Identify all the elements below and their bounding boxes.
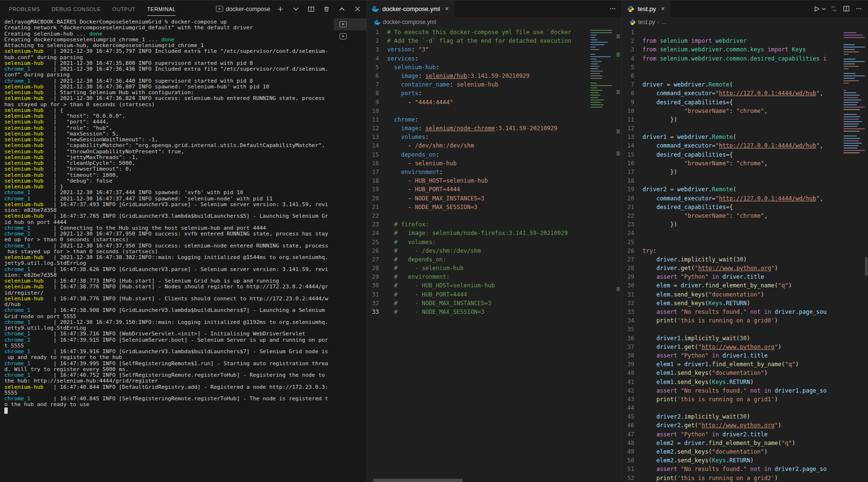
yml-editor[interactable]: 1# To execute this docker-compose yml fi…	[367, 27, 622, 482]
terminal-panel: PROBLEMS DEBUG CONSOLE OUTPUT TERMINAL >…	[0, 0, 367, 482]
horizontal-scrollbar[interactable]	[367, 478, 622, 482]
close-tab-icon[interactable]: ×	[443, 5, 450, 12]
terminal-selector[interactable]: > docker-compose	[216, 6, 270, 12]
breadcrumb[interactable]: test.py › ...	[622, 17, 868, 27]
split-terminal-button[interactable]	[306, 4, 316, 14]
code-line: 15 depends_on:	[367, 150, 588, 159]
code-line: 32 # - NODE_MAX_INSTANCES=3	[367, 299, 588, 308]
line-number: 13	[622, 133, 642, 141]
code-line: 47 assert "Python" in driver2.title	[622, 430, 841, 439]
line-number: 5	[622, 63, 642, 72]
code-line: 1	[622, 28, 841, 37]
code-line: 25 # volumes:	[367, 238, 588, 247]
python-code[interactable]: 12from selenium import webdriver3from se…	[622, 27, 841, 482]
code-line: 10	[367, 107, 588, 115]
close-panel-button[interactable]	[352, 4, 363, 14]
terminal-tabs-list: > >	[334, 17, 366, 482]
code-line: 22	[367, 211, 588, 220]
run-dropdown-chevron[interactable]	[821, 3, 827, 14]
terminal-row: chrome_1 | 16:47:39.915 INFO [SeleniumSe…	[4, 337, 334, 343]
tab-docker-compose-yml[interactable]: docker-compose.yml ×	[367, 0, 454, 17]
code-line: 49 elem2.send_keys("documentation")	[622, 447, 841, 456]
line-number: 8	[622, 89, 642, 98]
open-changes-icon[interactable]	[829, 3, 839, 14]
breadcrumb[interactable]: docker-compose.yml	[367, 17, 622, 27]
line-number: 37	[622, 343, 642, 351]
terminal-selector-label: docker-compose	[226, 6, 270, 12]
line-number: 20	[622, 194, 642, 203]
breadcrumb-symbol[interactable]: ...	[662, 19, 667, 25]
line-number: 28	[622, 264, 642, 272]
code-line: 7 container_name: selenium-hub	[367, 80, 588, 89]
tab-problems[interactable]: PROBLEMS	[9, 2, 40, 16]
tab-output[interactable]: OUTPUT	[113, 2, 136, 16]
code-line: 39 elem1 = driver1.find_element_by_name(…	[622, 360, 841, 369]
breadcrumb-file[interactable]: test.py	[638, 19, 655, 25]
line-number: 52	[622, 474, 642, 482]
code-line: 20 - NODE_MAX_INSTANCES=3	[367, 194, 588, 203]
run-python-file-button[interactable]	[811, 3, 822, 14]
code-line: 12	[622, 124, 841, 133]
line-number: 12	[622, 124, 642, 133]
code-line: 37 driver1.get("http://www.python.org")	[622, 343, 841, 351]
python-editor[interactable]: 12from selenium import webdriver3from se…	[622, 27, 868, 482]
tab-terminal[interactable]: TERMINAL	[147, 2, 176, 16]
code-line: 14 - /dev/shm:/dev/shm	[367, 141, 588, 150]
line-number: 11	[622, 115, 642, 124]
maximize-panel-button[interactable]	[337, 4, 347, 14]
terminal-output[interactable]: delrayo@MACBOOK-BAIRES DockerComposeSele…	[0, 17, 334, 482]
line-number: 24	[367, 229, 387, 237]
split-editor-button[interactable]	[841, 3, 852, 14]
code-line: 38 assert "Python" in driver1.title	[622, 351, 841, 360]
close-tab-icon[interactable]: ×	[659, 5, 666, 12]
line-number: 23	[622, 220, 642, 229]
terminal-dropdown-chevron[interactable]	[290, 4, 301, 14]
line-number: 23	[367, 220, 387, 229]
line-number: 47	[622, 430, 642, 439]
breadcrumb-file[interactable]: docker-compose.yml	[383, 19, 436, 25]
code-line: 43 print('this is running on a grid1')	[622, 395, 841, 404]
code-line: 12 image: selenium/node-chrome:3.141.59-…	[367, 124, 588, 133]
line-number: 6	[367, 72, 387, 80]
code-line: 50 elem2.send_keys(Keys.RETURN)	[622, 456, 841, 465]
minimap[interactable]	[588, 27, 615, 482]
line-number: 17	[622, 168, 642, 176]
minimap[interactable]	[841, 27, 868, 482]
code-line: 41 elem1.send_keys(Keys.RETURN)	[622, 378, 841, 386]
line-number: 2	[367, 37, 387, 45]
line-number: 36	[622, 334, 642, 343]
task-terminal-icon: >	[340, 33, 347, 39]
kill-terminal-button[interactable]	[321, 4, 332, 14]
more-actions-button[interactable]	[607, 3, 618, 14]
line-number: 11	[367, 115, 387, 124]
terminal-row	[4, 408, 334, 414]
line-number: 42	[622, 386, 642, 395]
overview-ruler[interactable]	[615, 27, 622, 482]
tab-debug-console[interactable]: DEBUG CONSOLE	[51, 2, 101, 16]
vertical-scrollbar[interactable]	[865, 257, 868, 275]
line-number: 28	[367, 264, 387, 272]
new-terminal-button[interactable]	[275, 4, 286, 14]
terminal-list-item-1[interactable]: >	[334, 18, 366, 30]
line-number: 18	[367, 176, 387, 185]
line-number: 41	[622, 378, 642, 386]
tab-test-py[interactable]: test.py ×	[622, 0, 670, 17]
code-line: 16 "browserName": "chrome",	[622, 159, 841, 168]
terminal-list-item-2[interactable]: >	[334, 30, 366, 42]
more-actions-button[interactable]	[854, 3, 864, 14]
chevron-right-icon: ›	[657, 19, 659, 25]
yml-code[interactable]: 1# To execute this docker-compose yml fi…	[367, 27, 588, 482]
code-line: 17 environment:	[367, 168, 588, 176]
code-line: 4services:	[367, 54, 588, 63]
line-number: 10	[622, 107, 642, 115]
line-number: 14	[367, 141, 387, 150]
line-number: 27	[622, 255, 642, 264]
line-number: 12	[367, 124, 387, 133]
code-line: 20 command_executor="http://127.0.0.1:44…	[622, 194, 841, 203]
code-line: 51 assert "No results found." not in dri…	[622, 465, 841, 473]
code-line: 9 - "4444:4444"	[367, 98, 588, 107]
code-line: 2from selenium import webdriver	[622, 37, 841, 45]
editor2-tabbar: test.py ×	[622, 0, 868, 17]
line-number: 21	[622, 203, 642, 211]
code-line: 28 driver.get("http://www.python.org")	[622, 264, 841, 272]
